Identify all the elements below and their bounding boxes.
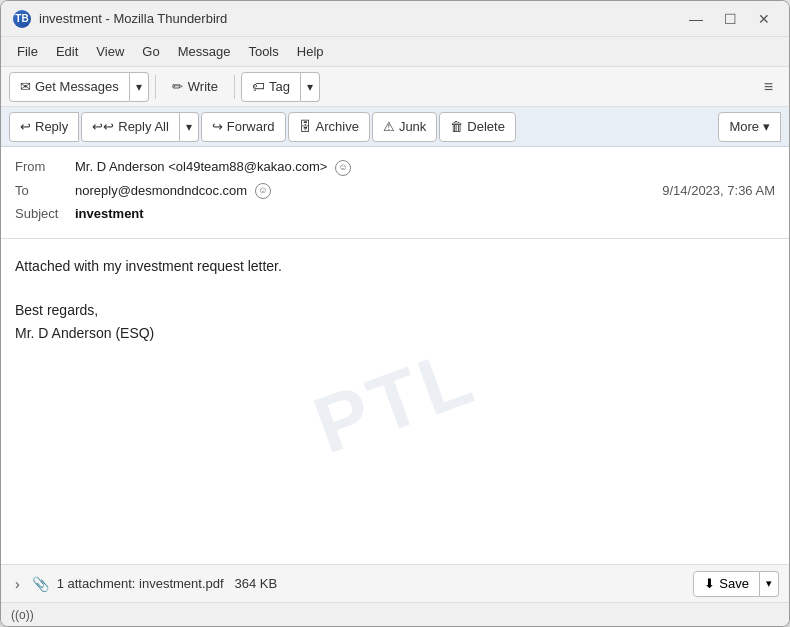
toolbar-sep-1 [155, 75, 156, 99]
reply-all-group: ↩↩ Reply All ▾ [81, 112, 199, 142]
body-line-4: Mr. D Anderson (ESQ) [15, 322, 775, 344]
to-value: noreply@desmondndcoc.com ☺ [75, 181, 662, 201]
menubar: File Edit View Go Message Tools Help [1, 37, 789, 67]
save-dropdown[interactable]: ▾ [760, 571, 779, 597]
body-line-3: Best regards, [15, 299, 775, 321]
reply-icon: ↩ [20, 119, 31, 134]
archive-label: Archive [316, 119, 359, 134]
attachment-toggle-button[interactable]: › [11, 574, 24, 594]
reply-group: ↩ Reply [9, 112, 79, 142]
menu-tools[interactable]: Tools [240, 41, 286, 62]
main-toolbar: ✉ Get Messages ▾ ✏ Write 🏷 Tag ▾ ≡ [1, 67, 789, 107]
get-messages-dropdown[interactable]: ▾ [130, 72, 149, 102]
to-label: To [15, 181, 75, 201]
more-label: More [729, 119, 759, 134]
junk-label: Junk [399, 119, 426, 134]
save-icon: ⬇ [704, 576, 715, 591]
save-group: ⬇ Save ▾ [693, 571, 779, 597]
save-label: Save [719, 576, 749, 591]
toolbar-sep-2 [234, 75, 235, 99]
get-messages-group: ✉ Get Messages ▾ [9, 72, 149, 102]
attachment-count-label: 1 attachment: investment.pdf [57, 576, 224, 591]
get-messages-button[interactable]: ✉ Get Messages [9, 72, 130, 102]
to-row: To noreply@desmondndcoc.com ☺ 9/14/2023,… [15, 181, 775, 201]
menu-edit[interactable]: Edit [48, 41, 86, 62]
forward-label: Forward [227, 119, 275, 134]
junk-button[interactable]: ⚠ Junk [372, 112, 437, 142]
more-button[interactable]: More ▾ [718, 112, 781, 142]
delete-button[interactable]: 🗑 Delete [439, 112, 516, 142]
archive-icon: 🗄 [299, 119, 312, 134]
minimize-button[interactable]: — [683, 6, 709, 32]
from-label: From [15, 157, 75, 177]
forward-icon: ↪ [212, 119, 223, 134]
forward-button[interactable]: ↪ Forward [201, 112, 286, 142]
menu-file[interactable]: File [9, 41, 46, 62]
menu-help[interactable]: Help [289, 41, 332, 62]
write-icon: ✏ [172, 79, 183, 94]
tag-icon: 🏷 [252, 79, 265, 94]
subject-label: Subject [15, 204, 75, 224]
tag-group: 🏷 Tag ▾ [241, 72, 320, 102]
reply-all-button[interactable]: ↩↩ Reply All [81, 112, 180, 142]
subject-value: investment [75, 204, 775, 224]
titlebar: TB investment - Mozilla Thunderbird — ☐ … [1, 1, 789, 37]
save-button[interactable]: ⬇ Save [693, 571, 760, 597]
get-messages-icon: ✉ [20, 79, 31, 94]
more-group: More ▾ [718, 112, 781, 142]
hamburger-menu-button[interactable]: ≡ [756, 73, 781, 101]
close-button[interactable]: ✕ [751, 6, 777, 32]
menu-go[interactable]: Go [134, 41, 167, 62]
tag-dropdown[interactable]: ▾ [301, 72, 320, 102]
statusbar: ((o)) [1, 602, 789, 626]
from-row: From Mr. D Anderson <ol49team88@kakao.co… [15, 157, 775, 177]
from-contact-icon[interactable]: ☺ [335, 160, 351, 176]
delete-icon: 🗑 [450, 119, 463, 134]
body-line-1: Attached with my investment request lett… [15, 255, 775, 277]
attachment-bar: › 📎 1 attachment: investment.pdf 364 KB … [1, 564, 789, 602]
reply-button[interactable]: ↩ Reply [9, 112, 79, 142]
tag-button[interactable]: 🏷 Tag [241, 72, 301, 102]
main-window: TB investment - Mozilla Thunderbird — ☐ … [0, 0, 790, 627]
write-label: Write [188, 79, 218, 94]
email-header: From Mr. D Anderson <ol49team88@kakao.co… [1, 147, 789, 239]
app-icon: TB [13, 10, 31, 28]
get-messages-label: Get Messages [35, 79, 119, 94]
menu-message[interactable]: Message [170, 41, 239, 62]
email-body: PTL Attached with my investment request … [1, 239, 789, 565]
attachment-info: 1 attachment: investment.pdf 364 KB [57, 576, 686, 591]
write-button[interactable]: ✏ Write [162, 72, 228, 102]
delete-label: Delete [467, 119, 505, 134]
reply-all-label: Reply All [118, 119, 169, 134]
to-contact-icon[interactable]: ☺ [255, 183, 271, 199]
tag-label: Tag [269, 79, 290, 94]
attachment-paperclip-icon: 📎 [32, 576, 49, 592]
status-icon: ((o)) [11, 608, 34, 622]
maximize-button[interactable]: ☐ [717, 6, 743, 32]
from-value: Mr. D Anderson <ol49team88@kakao.com> ☺ [75, 157, 775, 177]
attachment-size-label: 364 KB [234, 576, 277, 591]
reply-label: Reply [35, 119, 68, 134]
subject-row: Subject investment [15, 204, 775, 224]
window-controls: — ☐ ✕ [683, 6, 777, 32]
menu-view[interactable]: View [88, 41, 132, 62]
window-title: investment - Mozilla Thunderbird [39, 11, 683, 26]
action-toolbar: ↩ Reply ↩↩ Reply All ▾ ↪ Forward 🗄 Archi… [1, 107, 789, 147]
junk-icon: ⚠ [383, 119, 395, 134]
date-value: 9/14/2023, 7:36 AM [662, 181, 775, 201]
more-chevron-icon: ▾ [763, 119, 770, 134]
reply-all-icon: ↩↩ [92, 119, 114, 134]
reply-all-dropdown[interactable]: ▾ [180, 112, 199, 142]
archive-button[interactable]: 🗄 Archive [288, 112, 370, 142]
